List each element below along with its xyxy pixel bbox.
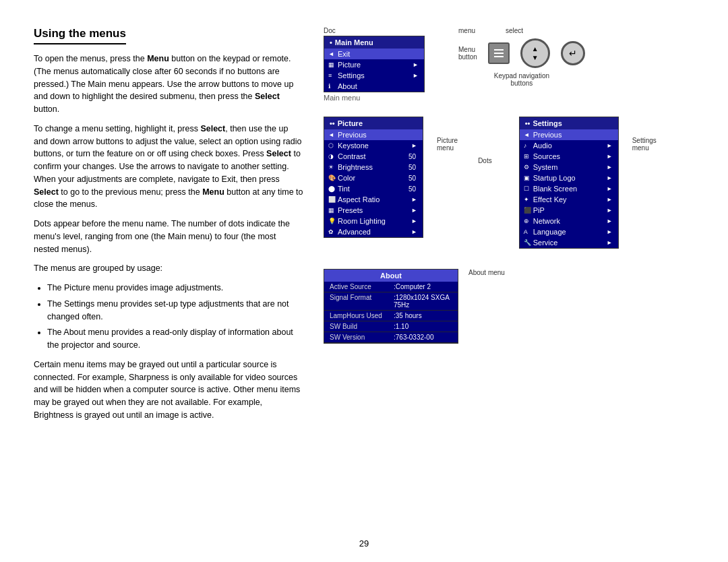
settings-menu-language[interactable]: A Language ► <box>520 226 618 237</box>
picture-menu-header: •• Picture <box>324 117 423 129</box>
brightness-icon: ☀ <box>328 164 334 170</box>
keypad-section: menu select Menubutton ▲ <box>458 27 585 87</box>
room-icon: 💡 <box>328 218 336 224</box>
main-menu-exit[interactable]: ◄ Exit <box>324 49 424 59</box>
main-menu-picture[interactable]: ▦ Picture ► <box>324 59 424 70</box>
network-icon: ⊕ <box>524 218 529 224</box>
bullet-3: The About menu provides a read-only disp… <box>47 326 303 352</box>
sources-icon: ⊞ <box>524 153 529 160</box>
picture-menu-tint[interactable]: ⬤ Tint 50 <box>324 183 423 194</box>
pip-icon: ⬛ <box>524 207 531 214</box>
about-row-lamp: LampHours Used :35 hours <box>324 311 458 321</box>
bullet-2: The Settings menu provides set-up type a… <box>47 298 303 323</box>
page-number: 29 <box>359 538 369 549</box>
settings-menu-section: •• Settings ◄ Previous ♪ Audio ► ⊞ Sou <box>519 117 619 249</box>
main-menu-header: • Main Menu <box>324 36 424 49</box>
keystone-icon: ⬡ <box>328 142 334 149</box>
picture-menu-color[interactable]: 🎨 Color 50 <box>324 173 423 183</box>
settings-menu-network[interactable]: ⊕ Network ► <box>520 216 618 226</box>
main-menu-about[interactable]: ℹ About <box>324 81 424 92</box>
aspect-icon: ⬜ <box>328 196 336 203</box>
picture-menu-section: •• Picture ◄ Previous ⬡ Keystone ► ◑ C <box>324 117 423 238</box>
picture-icon: ▦ <box>328 61 334 68</box>
select-label: select <box>506 27 523 34</box>
exit-icon: ◄ <box>328 51 334 57</box>
picture-menu-room[interactable]: 💡 Room Lighting ► <box>324 216 423 226</box>
paragraph-1: To open the menus, press the Menu button… <box>34 53 303 116</box>
picture-menu-advanced[interactable]: ✿ Advanced ► <box>324 226 423 237</box>
about-row-swbuild: SW Build :1.10 <box>324 321 458 332</box>
settings-menu-pip[interactable]: ⬛ PiP ► <box>520 205 618 216</box>
main-menu-dot: • <box>330 38 332 46</box>
menu-key[interactable] <box>488 42 510 64</box>
picture-menu-contrast[interactable]: ◑ Contrast 50 <box>324 151 423 162</box>
right-column: Doc • Main Menu ◄ Exit ▦ Picture ► <box>324 27 694 535</box>
about-menu-section: About Active Source :Computer 2 Signal F… <box>324 262 458 344</box>
settings-menu-service[interactable]: 🔧 Service ► <box>520 237 618 248</box>
effect-icon: ✦ <box>524 196 529 203</box>
picture-menu-label: Picturemenu <box>437 137 458 152</box>
about-menu-box: About Active Source :Computer 2 Signal F… <box>324 269 458 344</box>
picture-menu-brightness[interactable]: ☀ Brightness 50 <box>324 162 423 173</box>
paragraph-4: The menus are grouped by usage: <box>34 262 303 275</box>
settings-menu-label: Settingsmenu <box>632 137 657 152</box>
paragraph-2: To change a menu setting, highlight it, … <box>34 123 303 211</box>
settings-menu-box: •• Settings ◄ Previous ♪ Audio ► ⊞ Sou <box>519 117 619 249</box>
settings-menu-audio[interactable]: ♪ Audio ► <box>520 140 618 151</box>
picture-menu-aspect[interactable]: ⬜ Aspect Ratio ► <box>324 194 423 205</box>
keypad-caption: Keypad navigationbuttons <box>458 72 585 87</box>
nav-up-button[interactable]: ▲ ▼ <box>520 38 550 68</box>
main-menu-box: • Main Menu ◄ Exit ▦ Picture ► ≡ <box>324 36 425 92</box>
settings-menu-logo[interactable]: ▣ Startup Logo ► <box>520 173 618 183</box>
about-menu-header: About <box>324 270 458 282</box>
left-column: Using the menus To open the menus, press… <box>34 27 303 535</box>
bullet-1: The Picture menu provides image adjustme… <box>47 282 303 294</box>
picture-menu-keystone[interactable]: ⬡ Keystone ► <box>324 140 423 151</box>
logo-icon: ▣ <box>524 175 530 181</box>
about-row-swversion: SW Version :763-0332-00 <box>324 332 458 343</box>
main-menu-section: Doc • Main Menu ◄ Exit ▦ Picture ► <box>324 27 425 103</box>
picture-menu-presets[interactable]: ▦ Presets ► <box>324 205 423 216</box>
main-menu-settings[interactable]: ≡ Settings ► <box>324 70 424 81</box>
picture-label: Picturemenu <box>437 137 458 152</box>
settings-menu-blank[interactable]: ☐ Blank Screen ► <box>520 183 618 194</box>
settings-menu-system[interactable]: ⚙ System ► <box>520 162 618 173</box>
system-icon: ⚙ <box>524 164 529 170</box>
about-row-source: Active Source :Computer 2 <box>324 282 458 292</box>
previous-icon: ◄ <box>328 131 334 138</box>
contrast-icon: ◑ <box>328 153 334 160</box>
picture-menu-box: •• Picture ◄ Previous ⬡ Keystone ► ◑ C <box>324 117 423 238</box>
settings-menu-previous[interactable]: ◄ Previous <box>520 129 618 140</box>
select-key[interactable]: ↵ <box>561 41 585 65</box>
service-icon: 🔧 <box>524 239 531 246</box>
up-arrow-icon: ▲ <box>532 45 539 53</box>
advanced-icon: ✿ <box>328 228 334 235</box>
tint-icon: ⬤ <box>328 185 335 192</box>
about-icon: ℹ <box>328 83 330 90</box>
blank-icon: ☐ <box>524 185 529 192</box>
about-row-signal: Signal Format :1280x1024 SXGA 75Hz <box>324 292 458 311</box>
down-arrow-icon: ▼ <box>532 54 539 61</box>
page-title: Using the menus <box>34 27 126 44</box>
svg-rect-1 <box>494 53 504 54</box>
main-menu-label: Main menu <box>324 94 425 102</box>
svg-rect-0 <box>494 49 504 51</box>
about-menu-label: About menu <box>468 269 505 276</box>
about-section: About Active Source :Computer 2 Signal F… <box>324 262 694 344</box>
settings-icon: ≡ <box>328 72 332 79</box>
presets-icon: ▦ <box>328 207 334 214</box>
menu-label: menu <box>458 27 475 34</box>
doc-label: Doc <box>324 27 425 34</box>
bullet-list: The Picture menu provides image adjustme… <box>47 282 303 352</box>
menus-row: •• Picture ◄ Previous ⬡ Keystone ► ◑ C <box>324 117 694 249</box>
picture-menu-previous[interactable]: ◄ Previous <box>324 129 423 140</box>
settings-dots: •• <box>525 119 530 127</box>
paragraph-5: Certain menu items may be grayed out unt… <box>34 358 303 422</box>
settings-menu-sources[interactable]: ⊞ Sources ► <box>520 151 618 162</box>
settings-prev-icon: ◄ <box>524 131 530 138</box>
color-icon: 🎨 <box>328 175 336 181</box>
settings-menu-effect[interactable]: ✦ Effect Key ► <box>520 194 618 205</box>
paragraph-3: Dots appear before the menu name. The nu… <box>34 218 303 255</box>
menu-button-label: Menubutton <box>458 46 477 61</box>
settings-menu-header: •• Settings <box>520 117 618 129</box>
